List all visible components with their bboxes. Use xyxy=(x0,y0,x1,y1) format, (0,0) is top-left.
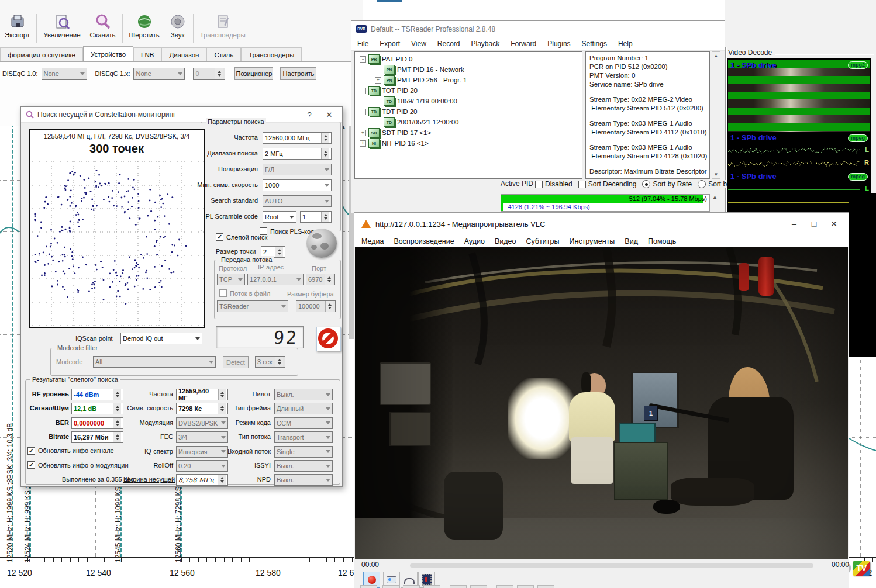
export-button[interactable]: Экспорт xyxy=(0,12,35,46)
cut-button[interactable] xyxy=(537,585,554,588)
expand-icon[interactable]: + xyxy=(375,77,381,84)
result-select[interactable]: Transport xyxy=(274,431,333,443)
param-input[interactable]: 1000 xyxy=(263,179,332,191)
tree-row[interactable]: TD1859/-1/19 00:00:00 xyxy=(355,96,582,106)
positioner-button[interactable]: Позиционер xyxy=(234,67,273,80)
spinner-icon[interactable] xyxy=(218,403,226,414)
menu-playback[interactable]: Playback xyxy=(471,40,500,48)
result-select[interactable]: Single xyxy=(274,446,333,458)
cut-button[interactable] xyxy=(517,585,534,588)
tab-устройство[interactable]: Устройство xyxy=(83,46,133,62)
scan-magnifier-button[interactable]: Сканить xyxy=(85,12,120,46)
spinner-icon[interactable] xyxy=(321,133,329,143)
tree-row[interactable]: -PRPAT PID 0 xyxy=(355,54,582,64)
vlc-menu-инструменты[interactable]: Инструменты xyxy=(569,237,615,245)
menu-record[interactable]: Record xyxy=(437,40,460,48)
iqscan-select[interactable]: Demod IQ out xyxy=(120,333,202,344)
pid-rate-bar[interactable]: 512 (97.04% - 15.78 Mbps) xyxy=(501,195,709,203)
tab-диапазон[interactable]: Диапазон xyxy=(161,47,206,62)
reader-select[interactable]: TSReader xyxy=(217,300,288,312)
sound-button[interactable]: Звук xyxy=(164,12,191,46)
spinner-icon[interactable] xyxy=(321,212,329,222)
sweep-globe-button[interactable]: Шерстить xyxy=(125,12,164,46)
tree-row[interactable]: +SDSDT PID 17 <1> xyxy=(355,127,582,138)
setup-button[interactable]: Настроить xyxy=(280,67,316,80)
tab-формация-о-спутнике[interactable]: формация о спутнике xyxy=(0,47,83,62)
collapse-icon[interactable]: - xyxy=(360,109,366,115)
close-button[interactable]: ✕ xyxy=(826,219,841,229)
modcode-select[interactable]: All xyxy=(93,356,216,368)
spinner-icon[interactable] xyxy=(321,148,329,159)
pls-index-stepper[interactable]: 1 xyxy=(300,211,332,223)
transponders-button[interactable]: Транспондеры xyxy=(195,12,250,46)
collapse-icon[interactable]: - xyxy=(360,56,366,63)
cut-button[interactable] xyxy=(496,585,513,588)
pid-rate-bar[interactable]: 4128 (1.21% ~ 196.94 Kbps) xyxy=(501,203,709,211)
expand-icon[interactable]: + xyxy=(360,140,366,147)
result-select[interactable]: 3/4 xyxy=(176,431,228,443)
seek-bar[interactable] xyxy=(410,563,813,568)
tab-стиль[interactable]: Стиль xyxy=(206,47,241,62)
result-input[interactable]: 12,1 dB xyxy=(71,403,123,414)
collapse-icon[interactable]: - xyxy=(360,88,366,94)
result-input[interactable]: 0,0000000 xyxy=(71,417,123,429)
menu-file[interactable]: File xyxy=(357,40,368,48)
disabled-checkbox[interactable]: Disabled xyxy=(535,180,572,188)
vlc-menu-видео[interactable]: Видео xyxy=(495,237,516,245)
tree-row[interactable]: +PNPMT PID 256 - Progr. 1 xyxy=(355,75,582,85)
param-input[interactable]: Root xyxy=(263,211,296,223)
param-input[interactable]: 2 МГц xyxy=(263,148,332,160)
spinner-icon[interactable] xyxy=(218,475,226,485)
tree-row[interactable]: -TDTDT PID 20 xyxy=(355,106,582,117)
spinner-icon[interactable] xyxy=(325,274,333,285)
scroll-up-icon[interactable]: ▲ xyxy=(714,53,719,58)
ip-select[interactable]: 127.0.0.1 xyxy=(247,274,304,285)
menu-settings[interactable]: Settings xyxy=(582,40,607,48)
spinner-icon[interactable] xyxy=(275,357,283,367)
result-select[interactable]: Выкл. xyxy=(274,389,333,400)
close-button[interactable]: ✕ xyxy=(321,110,337,119)
spinner-icon[interactable] xyxy=(113,432,121,442)
diseqc10-select[interactable]: None xyxy=(42,68,87,80)
tab-транспондеры[interactable]: Транспондеры xyxy=(241,47,302,62)
info-scrollbar[interactable]: ▲▼ xyxy=(712,51,720,179)
vlc-video-area[interactable]: 1 xyxy=(355,247,848,559)
vlc-titlebar[interactable]: http://127.0.0.1:1234 - Медиапроигрывате… xyxy=(354,213,849,235)
menu-view[interactable]: View xyxy=(411,40,426,48)
buffer-size-stepper[interactable]: 100000 xyxy=(296,300,336,312)
vlc-menu-медиа[interactable]: Медиа xyxy=(361,237,384,245)
diseqc1x-select[interactable]: None xyxy=(133,68,185,80)
blind-search-checkbox[interactable]: ✓ Слепой поиск xyxy=(216,233,267,241)
tsreader-titlebar[interactable]: DVB Default -- TSReader Professional 2.8… xyxy=(351,21,725,37)
maximize-button[interactable]: □ xyxy=(806,219,822,229)
vlc-menu-воспроизведение[interactable]: Воспроизведение xyxy=(394,237,454,245)
result-select[interactable]: Выкл. xyxy=(274,474,333,486)
spinner-icon[interactable] xyxy=(218,389,226,400)
minimize-button[interactable]: – xyxy=(787,219,802,229)
stream-to-file-checkbox[interactable]: Поток в файл xyxy=(219,289,270,297)
spinner-icon[interactable] xyxy=(113,403,121,414)
result-input[interactable]: 7298 Кс xyxy=(176,403,228,414)
param-input[interactable]: 12560,000 МГц xyxy=(263,132,332,144)
detect-button[interactable]: Detect xyxy=(223,356,249,368)
tree-row[interactable]: -TDTOT PID 20 xyxy=(355,85,582,96)
sort-descending-checkbox[interactable]: Sort Decending xyxy=(578,180,637,188)
update-checkbox[interactable]: ✓Обновлять инфо о модуляции xyxy=(27,461,129,469)
help-button[interactable]: ? xyxy=(301,110,318,119)
result-select[interactable]: Длинный xyxy=(274,403,333,414)
vlc-menu-вид[interactable]: Вид xyxy=(625,237,638,245)
tree-row[interactable]: PNPMT PID 16 - Network xyxy=(355,64,582,75)
cut-button[interactable] xyxy=(450,585,467,588)
param-select[interactable]: Г/Л xyxy=(263,164,332,175)
update-checkbox[interactable]: ✓Обновлять инфо сигнале xyxy=(27,447,114,455)
result-input[interactable]: -44 dBm xyxy=(71,389,123,400)
result-input[interactable]: 16,297 Мби xyxy=(71,431,123,443)
vlc-menu-субтитры[interactable]: Субтитры xyxy=(526,237,559,245)
spinner-icon[interactable] xyxy=(215,68,223,79)
cut-button[interactable] xyxy=(360,585,377,588)
vlc-menu-помощь[interactable]: Помощь xyxy=(648,237,676,245)
cut-button[interactable] xyxy=(423,585,440,588)
cut-button[interactable] xyxy=(403,585,420,588)
port-stepper[interactable]: 6970 xyxy=(306,274,335,285)
dialog-titlebar[interactable]: Поиск несущей и Constellation-мониторинг… xyxy=(21,107,342,123)
